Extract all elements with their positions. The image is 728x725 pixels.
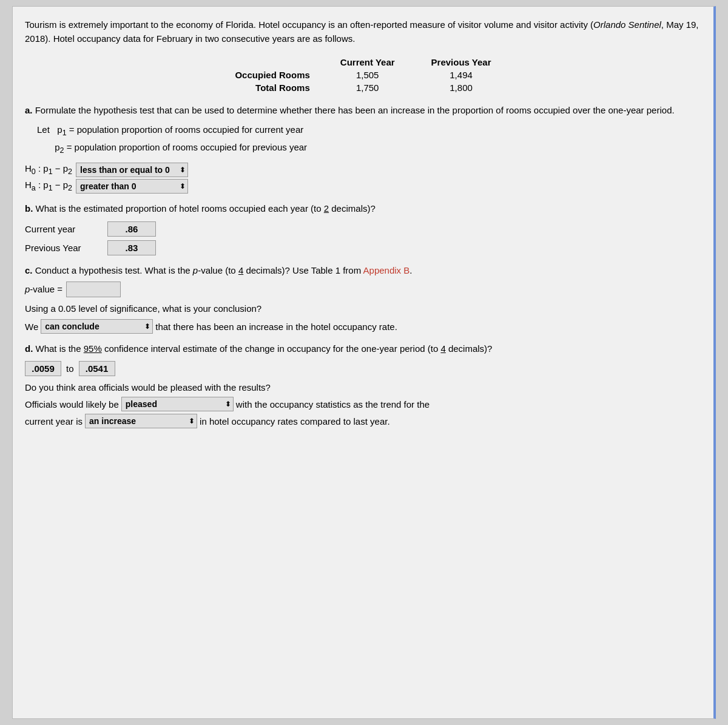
officials-prefix: Officials would likely be [25,399,119,410]
part-c-label: c. [25,265,33,275]
main-page: Tourism is extremely important to the ec… [12,6,716,719]
increase-dropdown[interactable]: an increase a decrease no change [85,414,197,428]
part-c-text: c. Conduct a hypothesis test. What is th… [25,264,701,278]
h0-dropdown-wrapper[interactable]: less than or equal to 0 equal to 0 great… [76,163,188,177]
appendix-link[interactable]: Appendix B [363,265,410,275]
conclusion-row: We can conclude cannot conclude that the… [25,319,701,334]
ci-row: .0059 to .0541 [25,361,701,376]
current-year-value: .86 [107,221,156,237]
part-d-section: d. What is the 95% confidence interval e… [25,342,701,428]
pleased-question: Do you think area officials would be ple… [25,381,701,395]
data-table: Current Year Previous Year Occupied Room… [217,56,509,94]
total-rooms-label: Total Rooms [217,81,322,94]
significance-text: Using a 0.05 level of significance, what… [25,302,701,316]
col-current-year: Current Year [322,56,413,69]
pleased-dropdown-wrapper[interactable]: pleased displeased [121,397,234,411]
previous-year-value: .83 [107,240,156,255]
part-a-label: a. [25,105,33,115]
total-current: 1,750 [322,81,413,94]
ha-row: Ha : p1 − p2 greater than 0 less than 0 … [25,179,701,194]
officials-mid: with the occupancy statistics as the tre… [236,399,430,410]
h0-row: H0 : p1 − p2 less than or equal to 0 equ… [25,163,701,177]
citation-italic: Orlando Sentinel [593,19,661,30]
occupied-current: 1,505 [322,69,413,81]
increase-dropdown-wrapper[interactable]: an increase a decrease no change [85,414,197,428]
pleased-dropdown[interactable]: pleased displeased [121,397,234,411]
pvalue-row: p-value = [25,282,701,297]
table-row-occupied: Occupied Rooms 1,505 1,494 [217,69,509,81]
let-line2: p2 = population proportion of rooms occu… [37,140,701,157]
previous-year-label: Previous Year [25,243,104,253]
part-a-section: a. Formulate the hypothesis test that ca… [25,104,701,194]
we-dropdown-wrapper[interactable]: can conclude cannot conclude [41,319,153,334]
current-year-label: Current year [25,224,104,234]
officials-suffix: in hotel occupancy rates compared to las… [200,416,390,427]
pvalue-label: p-value = [25,284,62,294]
officials-row-2: current year is an increase a decrease n… [25,414,701,428]
ci-upper: .0541 [79,361,115,376]
we-dropdown[interactable]: can conclude cannot conclude [41,319,153,334]
intro-paragraph: Tourism is extremely important to the ec… [25,18,701,46]
conclusion-suffix: that there has been an increase in the h… [155,322,397,332]
officials-row-1: Officials would likely be pleased disple… [25,397,701,411]
ha-label: Ha : p1 − p2 [25,180,72,192]
part-a-text: a. Formulate the hypothesis test that ca… [25,104,701,118]
pvalue-input-box[interactable] [66,282,121,297]
let-block: Let p1 = population proportion of rooms … [37,122,701,158]
h0-label: H0 : p1 − p2 [25,163,72,176]
pvalue-input[interactable] [67,282,120,297]
p-italic: p [193,265,198,275]
col-previous-year: Previous Year [413,56,510,69]
part-b-text: b. What is the estimated proportion of h… [25,202,701,216]
h0-dropdown[interactable]: less than or equal to 0 equal to 0 great… [76,163,188,177]
occupied-rooms-label: Occupied Rooms [217,69,322,81]
we-text: We [25,322,38,332]
part-d-label: d. [25,343,33,354]
part-c-section: c. Conduct a hypothesis test. What is th… [25,264,701,334]
part-b-label: b. [25,203,33,214]
empty-header [217,56,322,69]
part-b-section: b. What is the estimated proportion of h… [25,202,701,256]
ci-to: to [66,363,74,374]
ci-lower: .0059 [25,361,61,376]
occupied-previous: 1,494 [413,69,510,81]
part-d-text: d. What is the 95% confidence interval e… [25,342,701,356]
let-line1: Let p1 = population proportion of rooms … [37,122,701,140]
current-year-is: current year is [25,416,83,427]
ha-dropdown-wrapper[interactable]: greater than 0 less than 0 equal to 0 no… [76,179,188,194]
total-previous: 1,800 [413,81,510,94]
ha-dropdown[interactable]: greater than 0 less than 0 equal to 0 no… [76,179,188,194]
part-b-grid: Current year .86 Previous Year .83 [25,221,701,255]
table-row-total: Total Rooms 1,750 1,800 [217,81,509,94]
